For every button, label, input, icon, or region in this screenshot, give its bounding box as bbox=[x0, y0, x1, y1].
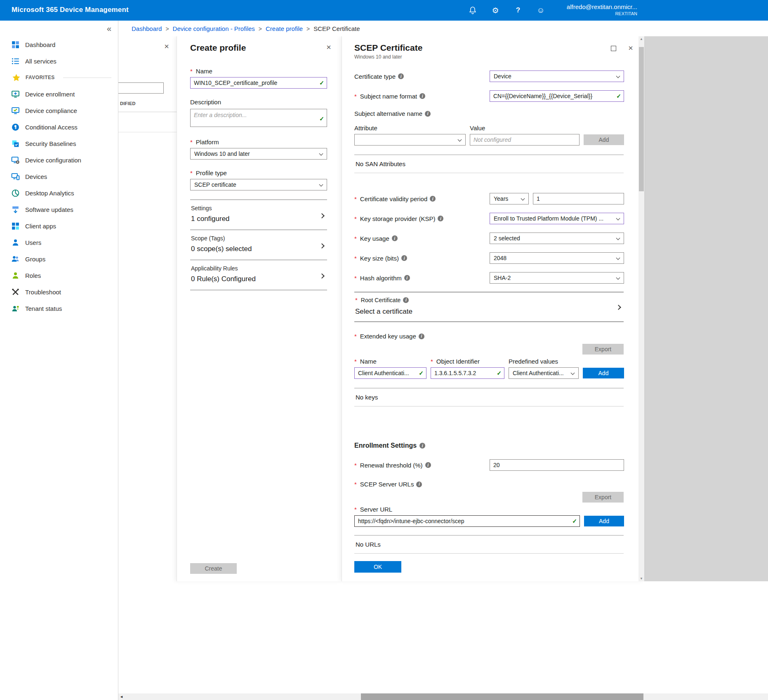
sidebar-item-label: Desktop Analytics bbox=[25, 190, 74, 197]
breadcrumb-profiles[interactable]: Device configuration - Profiles bbox=[173, 25, 255, 32]
info-icon[interactable] bbox=[430, 196, 436, 202]
sidebar-item-tenant-status[interactable]: Tenant status bbox=[0, 300, 118, 317]
sidebar-collapse-icon[interactable] bbox=[107, 24, 111, 33]
info-icon[interactable] bbox=[403, 297, 409, 303]
eku-name-label: Name bbox=[354, 358, 426, 365]
description-input[interactable] bbox=[190, 109, 327, 127]
sidebar-item-device-configuration[interactable]: Device configuration bbox=[0, 152, 118, 168]
scroll-up-icon[interactable] bbox=[638, 37, 644, 41]
profile-type-select[interactable]: SCEP certificate bbox=[190, 179, 327, 190]
applicability-rules-row[interactable]: Applicability Rules 0 Rule(s) Configured bbox=[190, 260, 327, 290]
info-icon[interactable] bbox=[425, 111, 431, 117]
search-input[interactable] bbox=[116, 82, 164, 94]
info-icon[interactable] bbox=[419, 334, 424, 339]
notifications-bell-icon[interactable] bbox=[468, 6, 477, 15]
settings-gear-icon[interactable]: ⚙ bbox=[491, 6, 500, 15]
sidebar-item-all-services[interactable]: All services bbox=[0, 53, 118, 69]
required-marker bbox=[354, 462, 358, 469]
horizontal-scrollbar-thumb[interactable] bbox=[361, 693, 643, 700]
certificate-validity-label: Certificate validity period bbox=[354, 195, 490, 202]
info-icon[interactable] bbox=[416, 482, 422, 487]
user-tenant: REXTITAN bbox=[567, 11, 637, 17]
help-icon[interactable]: ? bbox=[514, 6, 523, 15]
ksp-select[interactable]: Enroll to Trusted Platform Module (TPM) … bbox=[490, 213, 624, 224]
info-icon[interactable] bbox=[398, 73, 404, 79]
validity-unit-select[interactable]: Years bbox=[490, 193, 529, 204]
san-add-button[interactable]: Add bbox=[584, 134, 624, 145]
sidebar-item-conditional-access[interactable]: Conditional Access bbox=[0, 119, 118, 135]
close-icon[interactable] bbox=[325, 44, 332, 51]
scope-value: 0 scope(s) selected bbox=[191, 245, 326, 253]
sidebar-item-software-updates[interactable]: Software updates bbox=[0, 201, 118, 218]
sidebar-item-device-compliance[interactable]: Device compliance bbox=[0, 102, 118, 119]
info-icon[interactable] bbox=[438, 216, 443, 221]
eku-name-input[interactable] bbox=[354, 367, 426, 379]
close-icon[interactable] bbox=[627, 45, 634, 52]
root-certificate-row[interactable]: Root Certificate Select a certificate bbox=[354, 292, 624, 322]
key-usage-label: Key usage bbox=[354, 235, 490, 242]
settings-value: 1 configured bbox=[191, 215, 326, 223]
info-icon[interactable] bbox=[419, 93, 425, 99]
scroll-left-icon[interactable] bbox=[120, 695, 123, 699]
horizontal-scrollbar[interactable] bbox=[118, 693, 768, 700]
settings-row[interactable]: Settings 1 configured bbox=[190, 200, 327, 230]
certificate-type-label: Certificate type bbox=[354, 73, 490, 80]
vertical-scrollbar-thumb[interactable] bbox=[639, 47, 644, 191]
info-icon[interactable] bbox=[404, 275, 410, 281]
close-icon[interactable] bbox=[163, 43, 170, 50]
platform-select[interactable]: Windows 10 and later bbox=[190, 148, 327, 160]
info-icon[interactable] bbox=[419, 443, 425, 449]
ksp-label: Key storage provider (KSP) bbox=[354, 215, 490, 222]
validity-amount-input[interactable] bbox=[533, 193, 624, 204]
eku-export-button[interactable]: Export bbox=[582, 344, 624, 355]
eku-oid-input[interactable] bbox=[431, 367, 504, 379]
feedback-smiley-icon[interactable]: ☺ bbox=[536, 6, 545, 15]
sidebar-item-users[interactable]: Users bbox=[0, 234, 118, 251]
required-marker bbox=[354, 481, 358, 488]
blade-title: SCEP Certificate bbox=[354, 43, 634, 53]
sidebar-item-dashboard[interactable]: Dashboard bbox=[0, 36, 118, 53]
urls-export-button[interactable]: Export bbox=[582, 492, 624, 503]
chevron-down-icon bbox=[616, 74, 620, 78]
subject-name-format-input[interactable] bbox=[490, 90, 624, 102]
valid-check-icon bbox=[319, 115, 324, 122]
hash-algorithm-select[interactable]: SHA-2 bbox=[490, 272, 624, 284]
breadcrumb-create-profile[interactable]: Create profile bbox=[266, 25, 303, 32]
sidebar-item-label: Device compliance bbox=[25, 107, 77, 114]
breadcrumb-dashboard[interactable]: Dashboard bbox=[132, 25, 162, 32]
valid-check-icon bbox=[572, 518, 577, 524]
sidebar-item-device-enrollment[interactable]: Device enrollment bbox=[0, 86, 118, 102]
maximize-icon[interactable] bbox=[611, 46, 616, 51]
sidebar-item-label: Security Baselines bbox=[25, 140, 76, 147]
desktop-analytics-icon bbox=[11, 189, 20, 197]
profile-name-input[interactable] bbox=[190, 77, 327, 89]
scroll-down-icon[interactable] bbox=[638, 577, 644, 580]
scope-tags-row[interactable]: Scope (Tags) 0 scope(s) selected bbox=[190, 230, 327, 260]
url-add-button[interactable]: Add bbox=[584, 516, 624, 526]
server-url-input[interactable] bbox=[354, 515, 580, 527]
valid-check-icon bbox=[616, 93, 621, 99]
key-usage-select[interactable]: 2 selected bbox=[490, 233, 624, 244]
info-icon[interactable] bbox=[392, 235, 398, 241]
ok-button[interactable]: OK bbox=[354, 561, 401, 573]
account-menu[interactable]: alfredo@rextitan.onmicr... REXTITAN bbox=[567, 3, 637, 17]
sidebar-item-troubleshoot[interactable]: Troubleshoot bbox=[0, 284, 118, 300]
create-button[interactable]: Create bbox=[190, 563, 237, 574]
san-value-input[interactable] bbox=[470, 134, 580, 146]
sidebar-item-client-apps[interactable]: Client apps bbox=[0, 218, 118, 234]
scope-label: Scope (Tags) bbox=[191, 235, 326, 242]
eku-add-button[interactable]: Add bbox=[583, 368, 624, 378]
sidebar-item-desktop-analytics[interactable]: Desktop Analytics bbox=[0, 185, 118, 201]
key-size-select[interactable]: 2048 bbox=[490, 252, 624, 264]
info-icon[interactable] bbox=[401, 255, 407, 261]
sidebar-item-groups[interactable]: Groups bbox=[0, 251, 118, 267]
info-icon[interactable] bbox=[425, 462, 431, 468]
certificate-type-select[interactable]: Device bbox=[490, 70, 624, 82]
san-attribute-select[interactable] bbox=[354, 134, 466, 146]
renewal-threshold-input[interactable] bbox=[490, 459, 624, 471]
vertical-scrollbar[interactable] bbox=[638, 36, 644, 581]
sidebar-item-roles[interactable]: Roles bbox=[0, 267, 118, 284]
sidebar-item-security-baselines[interactable]: Security Baselines bbox=[0, 135, 118, 152]
sidebar-item-devices[interactable]: Devices bbox=[0, 168, 118, 185]
eku-predefined-select[interactable]: Client Authenticati... bbox=[509, 367, 579, 379]
